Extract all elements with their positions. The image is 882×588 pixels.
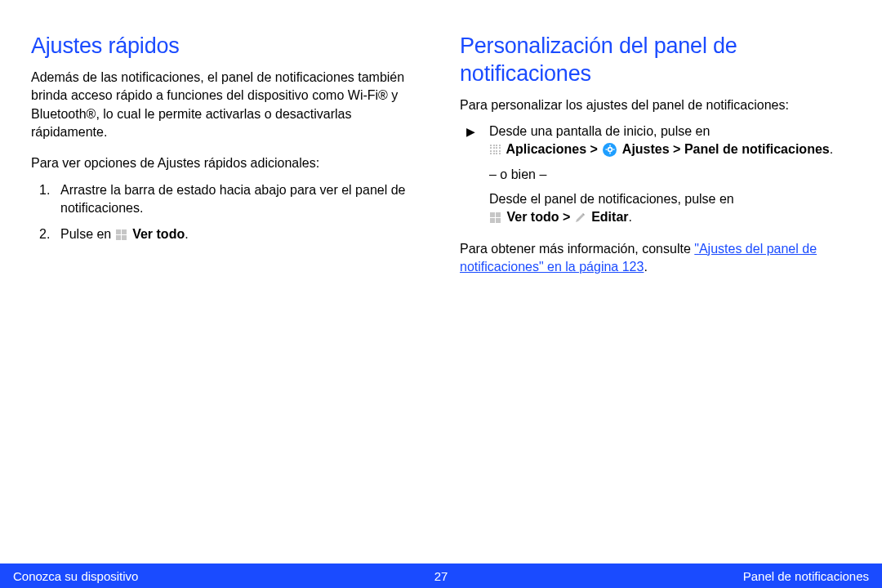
procedure-block: ▶ Desde una pantalla de inicio, pulse en… (460, 122, 851, 227)
steps-list: Arrastre la barra de estado hacia abajo … (31, 181, 422, 244)
svg-rect-2 (609, 145, 610, 147)
manual-page: Ajustes rápidos Además de las notificaci… (0, 0, 882, 588)
editar-label: Editar (591, 210, 628, 224)
period-2: . (629, 210, 632, 224)
svg-point-1 (608, 148, 611, 150)
step-2-suffix: . (185, 227, 188, 241)
or-divider: – o bien – (489, 166, 851, 184)
intro-paragraph: Además de las notificaciones, el panel d… (31, 69, 422, 142)
step-2-bold: Ver todo (132, 227, 185, 241)
step-2-prefix: Pulse en (60, 227, 115, 241)
footer-right: Panel de notificaciones (743, 569, 869, 583)
bullet-line-1a: Desde una pantalla de inicio, pulse en (489, 124, 710, 138)
footer-left: Conozca su dispositivo (13, 569, 138, 583)
two-column-layout: Ajustes rápidos Además de las notificaci… (31, 33, 851, 290)
svg-rect-5 (612, 149, 614, 149)
more-prefix: Para obtener más información, consulte (460, 242, 694, 256)
settings-gear-icon (603, 143, 617, 157)
edit-pencil-icon (574, 212, 586, 224)
intro-right: Para personalizar los ajustes del panel … (460, 96, 851, 114)
svg-rect-3 (609, 153, 610, 154)
period-1: . (830, 142, 833, 156)
apps-grid-icon (489, 144, 501, 156)
step-1: Arrastre la barra de estado hacia abajo … (31, 181, 422, 218)
more-info-paragraph: Para obtener más información, consulte "… (460, 240, 851, 277)
right-column: Personalización del panel de notificacio… (460, 33, 851, 290)
svg-rect-4 (605, 149, 607, 149)
step-2: Pulse en Ver todo. (31, 225, 422, 243)
settings-panel-label: Ajustes > Panel de notificaciones (622, 142, 830, 156)
heading-customize-panel: Personalización del panel de notificacio… (460, 33, 851, 88)
play-marker-icon: ▶ (466, 124, 475, 140)
ver-todo-label: Ver todo > (506, 210, 573, 224)
apps-label: Aplicaciones > (506, 142, 601, 156)
left-column: Ajustes rápidos Además de las notificaci… (31, 33, 422, 290)
alt-line: Desde el panel de notificaciones, pulse … (489, 192, 734, 206)
page-footer: Conozca su dispositivo 27 Panel de notif… (0, 564, 882, 588)
more-suffix: . (644, 260, 647, 274)
heading-quick-settings: Ajustes rápidos (31, 33, 422, 60)
view-all-icon (489, 212, 501, 224)
lead-paragraph: Para ver opciones de Ajustes rápidos adi… (31, 154, 422, 172)
view-all-icon (115, 229, 127, 241)
